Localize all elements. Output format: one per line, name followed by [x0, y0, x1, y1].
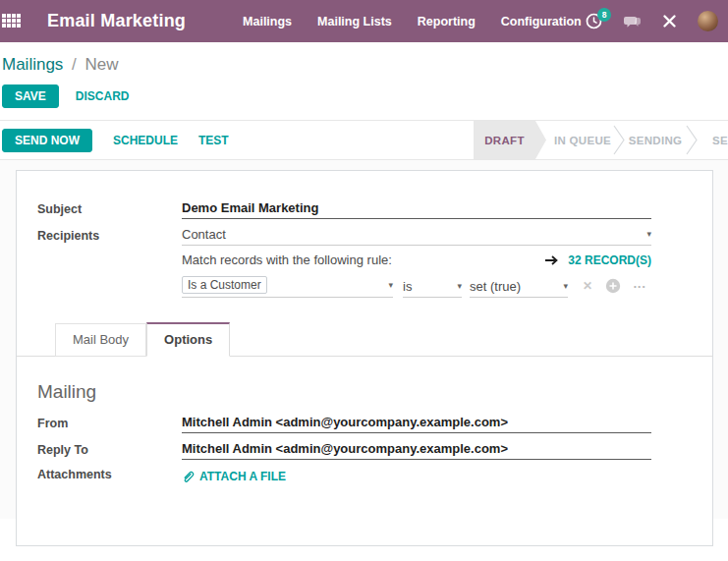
dropdown-caret-icon: ▾: [646, 230, 651, 239]
attachments-row: Attachments ATTACH A FILE: [37, 464, 651, 487]
dropdown-caret-icon: ▾: [388, 281, 393, 290]
add-rule-icon[interactable]: [605, 278, 621, 294]
user-menu-button[interactable]: [698, 11, 718, 31]
rule-value-select[interactable]: set (true) ▾: [470, 279, 568, 298]
rule-operator-value: is: [403, 279, 412, 294]
arrow-right-icon: [544, 253, 559, 267]
breadcrumb-separator: /: [72, 55, 77, 74]
recipients-label: Recipients: [37, 225, 182, 243]
menu-reporting[interactable]: Reporting: [418, 15, 476, 28]
apps-menu-icon[interactable]: [2, 14, 19, 28]
recipients-select[interactable]: Contact ▾: [182, 225, 651, 246]
rule-operator-select[interactable]: is ▾: [403, 279, 462, 298]
attach-file-label: ATTACH A FILE: [199, 470, 286, 483]
reply-to-value: Mitchell Admin <admin@yourcompany.exampl…: [182, 441, 508, 456]
navbar-systray: 8: [586, 11, 728, 31]
tab-mail-body[interactable]: Mail Body: [55, 323, 146, 357]
rule-field-select[interactable]: Is a Customer ▾: [182, 276, 393, 298]
records-count-link[interactable]: 32 RECORD(S): [568, 253, 651, 267]
recipients-row: Recipients Contact ▾: [37, 225, 651, 246]
domain-rule-row: Is a Customer ▾ is ▾ set (true) ▾ ✕: [37, 276, 651, 298]
match-rule-text: Match records with the following rule:: [182, 252, 392, 267]
subject-label: Subject: [37, 198, 182, 216]
control-panel: Mailings / New SAVE DISCARD: [0, 42, 728, 108]
subject-value: Demo Email Marketing: [182, 200, 318, 215]
menu-mailing-lists[interactable]: Mailing Lists: [317, 15, 392, 28]
form-view-area: Subject Demo Email Marketing Recipients …: [0, 160, 728, 519]
breadcrumb-mailings-link[interactable]: Mailings: [2, 55, 63, 74]
breadcrumb: Mailings / New: [2, 55, 728, 75]
stage-in-queue[interactable]: IN QUEUE: [546, 121, 619, 159]
stage-draft[interactable]: DRAFT: [474, 121, 546, 159]
schedule-button[interactable]: SCHEDULE: [113, 134, 178, 147]
crossed-tools-icon: [662, 14, 677, 28]
test-button[interactable]: TEST: [198, 134, 229, 147]
rule-value-text: set (true): [470, 279, 521, 294]
delete-rule-icon[interactable]: ✕: [583, 279, 592, 293]
stage-chevron-icon: [686, 125, 698, 155]
activity-count-badge: 8: [597, 8, 611, 22]
menu-configuration[interactable]: Configuration: [501, 15, 582, 28]
user-avatar: [698, 11, 718, 31]
discard-button[interactable]: DISCARD: [76, 89, 130, 103]
breadcrumb-current: New: [85, 55, 119, 74]
stage-sending[interactable]: SENDING: [619, 121, 692, 159]
mailing-section-title: Mailing: [37, 381, 651, 403]
dropdown-caret-icon: ▾: [563, 282, 568, 291]
from-label: From: [37, 413, 182, 430]
form-action-buttons: SAVE DISCARD: [2, 84, 728, 108]
subject-row: Subject Demo Email Marketing: [37, 198, 651, 219]
chat-bubbles-icon: [623, 14, 642, 29]
messages-button[interactable]: [623, 14, 642, 29]
debug-tools-button[interactable]: [662, 14, 677, 28]
from-input[interactable]: Mitchell Admin <admin@yourcompany.exampl…: [182, 413, 651, 433]
dropdown-caret-icon: ▾: [457, 282, 462, 291]
reply-to-label: Reply To: [37, 439, 182, 457]
from-value: Mitchell Admin <admin@yourcompany.exampl…: [182, 415, 508, 429]
menu-mailings[interactable]: Mailings: [243, 15, 292, 28]
statusbar: SEND NOW SCHEDULE TEST DRAFT IN QUEUE SE…: [0, 120, 728, 160]
rule-field-tag[interactable]: Is a Customer: [182, 276, 267, 294]
add-branch-icon[interactable]: •••: [634, 282, 646, 291]
tab-options[interactable]: Options: [146, 322, 230, 357]
notebook-tabs: Mail Body Options: [17, 322, 712, 357]
reply-to-row: Reply To Mitchell Admin <admin@yourcompa…: [37, 439, 651, 460]
options-tab-content: Mailing From Mitchell Admin <admin@yourc…: [37, 357, 651, 487]
top-navbar: Email Marketing Mailings Mailing Lists R…: [0, 0, 728, 42]
paperclip-icon: [182, 470, 195, 483]
stage-chevron-icon: [613, 125, 625, 155]
subject-input[interactable]: Demo Email Marketing: [182, 198, 651, 219]
status-pipeline: DRAFT IN QUEUE SENDING SENT: [474, 121, 728, 159]
form-sheet: Subject Demo Email Marketing Recipients …: [16, 170, 713, 546]
attachments-label: Attachments: [37, 464, 182, 481]
statusbar-buttons: SEND NOW SCHEDULE TEST: [0, 129, 229, 152]
activities-button[interactable]: 8: [586, 13, 602, 29]
attach-file-button[interactable]: ATTACH A FILE: [182, 464, 286, 483]
reply-to-input[interactable]: Mitchell Admin <admin@yourcompany.exampl…: [182, 439, 651, 460]
send-now-button[interactable]: SEND NOW: [2, 129, 92, 152]
recipients-value: Contact: [182, 227, 226, 242]
match-rule-row: Match records with the following rule: 3…: [37, 252, 651, 267]
save-button[interactable]: SAVE: [2, 84, 59, 108]
main-menu: Mailings Mailing Lists Reporting Configu…: [243, 15, 582, 28]
from-row: From Mitchell Admin <admin@yourcompany.e…: [37, 413, 651, 433]
app-title: Email Marketing: [47, 11, 186, 31]
